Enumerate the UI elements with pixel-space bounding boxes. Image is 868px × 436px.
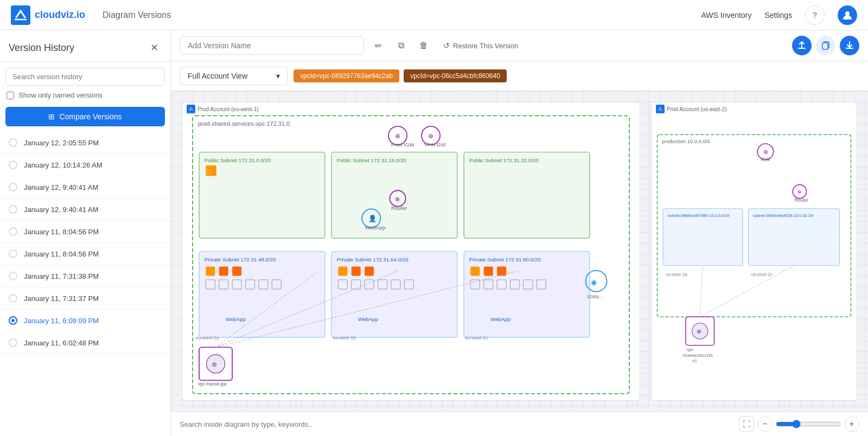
svg-rect-39 <box>331 252 457 338</box>
fullscreen-icon: ⛶ <box>743 420 750 428</box>
close-sidebar-button[interactable]: ✕ <box>146 40 162 55</box>
diagram-panels: A Prod Account (eu-west-1) prod-shared-s… <box>171 91 868 412</box>
version-radio <box>9 227 17 236</box>
vpc-tag-2[interactable]: vpcId=vpc-06cc5d4cbfc860640 <box>404 69 507 82</box>
version-list-item[interactable]: January 12, 9:40:41 AM <box>0 176 170 198</box>
account-select[interactable]: Full Account View ▾ <box>180 67 288 85</box>
svg-text:vpc-transit-gw: vpc-transit-gw <box>198 381 227 387</box>
logo: cloudviz.io <box>11 5 85 25</box>
svg-text:IGW: IGW <box>761 157 770 162</box>
svg-rect-41 <box>338 267 347 276</box>
search-box <box>5 68 165 86</box>
version-date: January 12, 9:40:41 AM <box>24 206 98 214</box>
panel-2-icon: A <box>656 105 665 113</box>
svg-text:production 10.0.0.0/4: production 10.0.0.0/4 <box>662 138 710 144</box>
logo-icon <box>11 5 30 25</box>
nav-settings[interactable]: Settings <box>764 11 792 20</box>
nav-aws-inventory[interactable]: AWS Inventory <box>701 11 752 20</box>
named-versions-checkbox[interactable] <box>7 92 14 99</box>
sidebar-title: Version History <box>9 42 74 54</box>
svg-text:👤: 👤 <box>368 214 377 223</box>
svg-text:eu-west-1c: eu-west-1c <box>465 335 488 341</box>
version-name-input[interactable] <box>180 36 364 55</box>
copy-version-button[interactable]: ⧉ <box>392 37 410 54</box>
svg-text:⊕: ⊕ <box>763 149 768 155</box>
svg-text:prod-shared-services-vpc 172.3: prod-shared-services-vpc 172.31.0. <box>198 120 292 127</box>
delete-version-button[interactable]: 🗑 <box>415 37 432 54</box>
zoom-out-button[interactable]: − <box>757 416 773 432</box>
svg-rect-43 <box>365 267 374 276</box>
zoom-slider-wrap <box>776 420 841 428</box>
help-button[interactable]: ? <box>805 5 825 25</box>
version-radio <box>9 205 17 214</box>
sidebar-header: Version History ✕ <box>0 30 170 62</box>
svg-text:⊕: ⊕ <box>395 196 400 202</box>
main-content: ✏ ⧉ 🗑 ↺ Restore This Version <box>171 30 868 436</box>
restore-version-button[interactable]: ↺ Restore This Version <box>438 38 524 53</box>
version-date: January 12, 9:40:41 AM <box>24 183 98 191</box>
svg-text:IGWa...: IGWa... <box>587 294 603 299</box>
svg-text:WebApp: WebApp <box>365 225 386 230</box>
version-date: January 12, 2:05:55 PM <box>24 139 99 147</box>
top-navigation: cloudviz.io Diagram Versions AWS Invento… <box>0 0 868 30</box>
svg-rect-16 <box>331 152 457 239</box>
panel-1-icon: A <box>187 105 195 113</box>
svg-rect-3 <box>822 43 828 49</box>
named-versions-label: Show only named versions <box>18 91 103 99</box>
svg-text:us-east-2a: us-east-2a <box>666 272 687 277</box>
svg-text:Public Subnet 172.31.32.0/20: Public Subnet 172.31.32.0/20 <box>469 157 539 163</box>
svg-text:Router: Router <box>391 205 407 211</box>
svg-text:Public Subnet 172.31.0.0/20: Public Subnet 172.31.0.0/20 <box>205 157 271 163</box>
search-input[interactable] <box>5 68 165 86</box>
svg-rect-0 <box>11 5 30 25</box>
version-list-item[interactable]: January 11, 7:31:38 PM <box>0 265 170 287</box>
version-list-item[interactable]: January 12, 9:40:41 AM <box>0 198 170 221</box>
version-list-item[interactable]: January 11, 6:02:48 PM <box>0 332 170 354</box>
svg-text:Private Subnet 172.31.48.0/20: Private Subnet 172.31.48.0/20 <box>205 257 276 262</box>
download-button[interactable] <box>840 36 859 55</box>
version-list-item[interactable]: January 11, 7:31:37 PM <box>0 287 170 310</box>
search-diagram-input[interactable] <box>180 420 735 428</box>
bottom-bar: ⛶ − + <box>171 412 868 436</box>
main-layout: Version History ✕ Show only named versio… <box>0 30 868 436</box>
diagram-panel-2: A Prod Account (us-east-2) production 10… <box>651 102 857 401</box>
compare-icon: ⊞ <box>48 112 55 121</box>
compare-versions-button[interactable]: ⊞ Compare Versions <box>5 107 165 126</box>
delete-icon: 🗑 <box>419 41 428 50</box>
version-list-item[interactable]: January 11, 8:04:56 PM <box>0 221 170 243</box>
svg-text:◉: ◉ <box>591 278 597 286</box>
nav-links: AWS Inventory Settings ? <box>701 5 857 25</box>
zoom-slider[interactable] <box>776 420 841 428</box>
version-date: January 11, 8:04:56 PM <box>24 228 99 236</box>
upload-icon <box>797 41 807 50</box>
svg-text:⊕: ⊕ <box>212 361 217 368</box>
chevron-down-icon: ▾ <box>276 72 280 80</box>
svg-rect-12 <box>199 152 325 239</box>
svg-text:02a44a1fb01335: 02a44a1fb01335 <box>683 353 713 358</box>
panel-1-header: A Prod Account (eu-west-1) <box>187 105 259 113</box>
version-radio <box>9 138 17 147</box>
svg-text:eu-west-1b: eu-west-1b <box>333 335 356 341</box>
svg-text:Private Subnet 172.31.64.0/20: Private Subnet 172.31.64.0/20 <box>337 257 409 262</box>
version-list-item[interactable]: January 12, 10:14:26 AM <box>0 154 170 176</box>
svg-text:subnet-09b8eca874f8d 10.0.0.0/: subnet-09b8eca874f8d 10.0.0.0/19 <box>667 214 729 219</box>
duplicate-icon <box>821 41 831 50</box>
version-list-item[interactable]: January 11, 8:04:56 PM <box>0 243 170 265</box>
fullscreen-button[interactable]: ⛶ <box>739 416 754 432</box>
vpc-tag-1[interactable]: vpcId=vpc-089297763ae94c2ab <box>293 69 399 82</box>
user-avatar[interactable] <box>838 5 857 25</box>
version-date: January 12, 10:14:26 AM <box>24 161 103 169</box>
svg-rect-42 <box>352 267 361 276</box>
edit-version-button[interactable]: ✏ <box>369 37 387 54</box>
version-list-item[interactable]: January 11, 6:09:09 PM <box>0 310 170 332</box>
upload-button[interactable] <box>792 36 812 55</box>
svg-text:#1: #1 <box>693 358 697 363</box>
version-date: January 11, 8:04:56 PM <box>24 250 99 258</box>
duplicate-button[interactable] <box>816 36 835 55</box>
svg-text:Router: Router <box>795 197 808 203</box>
zoom-in-button[interactable]: + <box>844 416 859 432</box>
version-radio <box>9 272 17 280</box>
diagram-panel-1: A Prod Account (eu-west-1) prod-shared-s… <box>182 102 640 401</box>
version-list-item[interactable]: January 12, 2:05:55 PM <box>0 132 170 154</box>
svg-rect-52 <box>464 252 590 338</box>
